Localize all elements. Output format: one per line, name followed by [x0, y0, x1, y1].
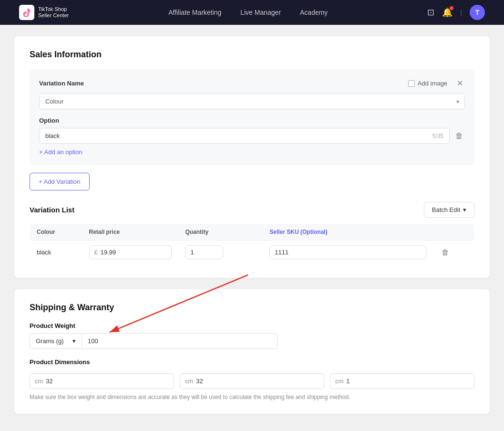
dim2-input[interactable] [196, 378, 319, 385]
weight-unit-chevron-icon: ▾ [72, 337, 76, 345]
col-seller-sku: Seller SKU (Optional) [263, 224, 433, 241]
delete-row-button[interactable]: 🗑 [440, 246, 451, 259]
variation-name-label: Variation Name [39, 80, 84, 87]
variation-list-title: Variation List [30, 206, 74, 214]
price-input[interactable] [101, 249, 129, 256]
shipping-note: Make sure the box weight and dimensions … [30, 394, 474, 400]
batch-edit-chevron-icon: ▾ [463, 206, 466, 213]
logo: TikTok Shop Seller Center [19, 5, 69, 20]
header-divider: | [460, 9, 462, 16]
row-colour: black [30, 241, 82, 264]
avatar[interactable]: T [470, 5, 485, 20]
currency-symbol: £ [94, 249, 98, 256]
header-actions: ⊡ 🔔 | T [427, 5, 485, 20]
quantity-input[interactable] [185, 245, 223, 259]
add-option-label: + Add an option [39, 148, 82, 156]
logo-text: TikTok Shop Seller Center [38, 6, 69, 19]
dim2-unit: cm [185, 378, 193, 385]
dim3-input[interactable] [346, 378, 469, 385]
shipping-title: Shipping & Warranty [30, 303, 474, 313]
option-char-count: 5/35 [432, 133, 443, 139]
dim1-wrapper: cm [30, 373, 174, 389]
chat-icon[interactable]: ⊡ [427, 7, 434, 18]
add-variation-label: + Add Variation [39, 178, 81, 185]
add-image-checkbox[interactable] [408, 80, 415, 87]
row-delete-cell: 🗑 [433, 241, 474, 264]
weight-label: Product Weight [30, 322, 474, 329]
option-input[interactable] [45, 132, 429, 139]
table-row: black £ 🗑 [30, 241, 474, 264]
main-content: Sales Information Variation Name Add ima… [0, 25, 504, 425]
batch-edit-button[interactable]: Batch Edit ▾ [424, 202, 474, 218]
sku-input[interactable] [269, 245, 426, 259]
price-input-wrapper: £ [89, 245, 172, 259]
dim1-unit: cm [35, 378, 43, 385]
batch-edit-label: Batch Edit [432, 206, 460, 213]
main-nav: Affiliate Marketing Live Manager Academy [88, 1, 408, 24]
col-retail-price: Retail price [82, 224, 179, 241]
option-input-wrapper: 5/35 🗑 [39, 128, 465, 144]
app-header: TikTok Shop Seller Center Affiliate Mark… [0, 0, 504, 25]
col-colour: Colour [30, 224, 82, 241]
row-sku-cell [263, 241, 433, 264]
dim3-wrapper: cm [330, 373, 474, 389]
dimensions-label: Product Dimensions [30, 358, 474, 366]
dimensions-row: cm cm cm [30, 373, 474, 389]
row-price-cell: £ [82, 241, 179, 264]
notification-bell[interactable]: 🔔 [442, 7, 453, 18]
nav-academy[interactable]: Academy [300, 1, 328, 24]
sales-info-card: Sales Information Variation Name Add ima… [14, 36, 490, 278]
add-variation-button[interactable]: + Add Variation [30, 173, 90, 190]
variation-name-select[interactable]: Colour [39, 94, 465, 109]
add-option-button[interactable]: + Add an option [39, 148, 82, 156]
sales-info-title: Sales Information [30, 50, 474, 60]
weight-unit-select[interactable]: Grams (g) ▾ [30, 333, 82, 349]
weight-unit-label: Grams (g) [36, 337, 64, 345]
option-input-container: 5/35 [39, 128, 450, 144]
row-quantity-cell [178, 241, 263, 264]
variation-name-block: Variation Name Add image ✕ Colour ▾ Opti… [30, 69, 474, 165]
variation-list-header: Variation List Batch Edit ▾ [30, 202, 474, 218]
dim2-wrapper: cm [180, 373, 324, 389]
shipping-card: Shipping & Warranty Product Weight Grams… [14, 289, 490, 414]
notification-badge [450, 6, 453, 10]
col-actions [433, 224, 474, 241]
delete-option-button[interactable]: 🗑 [453, 130, 465, 142]
variation-name-header: Variation Name Add image ✕ [39, 79, 465, 88]
weight-input[interactable] [82, 333, 278, 349]
add-image-wrapper: Add image [408, 80, 447, 87]
variation-table: Colour Retail price Quantity Seller SKU … [30, 223, 474, 264]
tiktok-logo-icon [19, 5, 34, 20]
add-image-label: Add image [418, 80, 447, 87]
option-label: Option [39, 117, 465, 124]
dim3-unit: cm [335, 378, 343, 385]
remove-variation-button[interactable]: ✕ [455, 79, 465, 88]
variation-name-select-wrapper: Colour ▾ [39, 94, 465, 109]
weight-row: Grams (g) ▾ [30, 333, 278, 349]
col-quantity: Quantity [178, 224, 263, 241]
nav-affiliate-marketing[interactable]: Affiliate Marketing [168, 1, 221, 24]
dim1-input[interactable] [46, 378, 169, 385]
nav-live-manager[interactable]: Live Manager [240, 1, 281, 24]
